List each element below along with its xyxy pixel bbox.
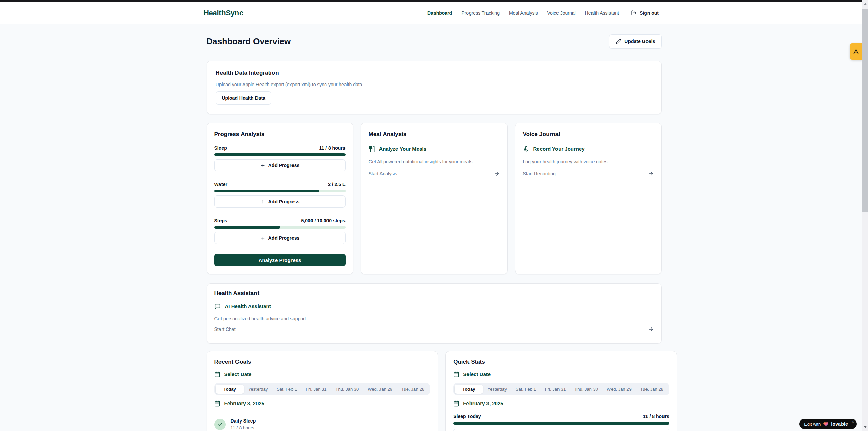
- ai-health-assistant-label: AI Health Assistant: [225, 302, 271, 311]
- metric-label: Steps: [214, 217, 227, 224]
- start-chat-row[interactable]: Start Chat: [214, 326, 654, 333]
- quick-stats-card: Quick Stats Select Date Today Yesterday …: [445, 351, 677, 431]
- sign-out-button[interactable]: Sign out: [631, 10, 659, 16]
- meal-description: Get AI-powered nutritional insights for …: [369, 158, 500, 165]
- stats-add-progress-button[interactable]: Add Progress: [453, 429, 669, 431]
- browser-top-strip: [0, 0, 862, 2]
- recent-goals-card: Recent Goals Select Date Today Yesterday…: [207, 351, 438, 431]
- record-your-journey-link[interactable]: Record Your Journey: [523, 145, 654, 153]
- add-progress-steps-button[interactable]: Add Progress: [214, 232, 346, 244]
- nav-health-assistant[interactable]: Health Assistant: [585, 10, 619, 16]
- tab-tue-jan-28[interactable]: Tue, Jan 28: [636, 385, 668, 394]
- nav-voice-journal[interactable]: Voice Journal: [547, 10, 576, 16]
- upload-health-data-button[interactable]: Upload Health Data: [216, 91, 271, 105]
- metric-steps: Steps 5,000 / 10,000 steps Add Progress: [214, 217, 346, 244]
- metric-label: Water: [214, 181, 227, 188]
- dashboard-main: Dashboard Overview Update Goals Health D…: [207, 0, 662, 431]
- heart-icon: [823, 421, 829, 427]
- integration-title: Health Data Integration: [216, 69, 653, 77]
- progress-bar-fill: [214, 190, 319, 192]
- add-progress-sleep-button[interactable]: Add Progress: [214, 159, 346, 171]
- add-progress-water-button[interactable]: Add Progress: [214, 195, 346, 208]
- progress-bar-fill: [453, 422, 669, 425]
- meal-title: Meal Analysis: [369, 130, 500, 138]
- goal-value: 11 / 8 hours: [231, 425, 256, 431]
- health-data-integration-card: Health Data Integration Upload your Appl…: [207, 61, 662, 114]
- plus-icon: [260, 236, 265, 241]
- start-analysis-row[interactable]: Start Analysis: [369, 170, 500, 177]
- edit-with-lovable-badge[interactable]: Edit with lovable ×: [799, 419, 857, 429]
- plus-icon: [260, 199, 265, 204]
- ai-health-assistant-link[interactable]: AI Health Assistant: [214, 302, 654, 311]
- metric-water: Water 2 / 2.5 L Add Progress: [214, 181, 346, 208]
- progress-bar: [214, 190, 346, 192]
- metric-value: 11 / 8 hours: [319, 145, 345, 151]
- page-scrollbar[interactable]: [862, 0, 868, 431]
- arrow-right-icon: [648, 171, 654, 177]
- chat-bubble-icon: [214, 303, 221, 310]
- analyze-progress-button[interactable]: Analyze Progress: [214, 254, 346, 266]
- badge-close-icon[interactable]: ×: [852, 420, 854, 424]
- tab-yesterday[interactable]: Yesterday: [483, 385, 511, 394]
- update-goals-button[interactable]: Update Goals: [609, 34, 661, 49]
- calendar-icon: [453, 400, 459, 407]
- start-recording-label: Start Recording: [523, 170, 556, 177]
- tab-sat-feb-1[interactable]: Sat, Feb 1: [272, 385, 301, 394]
- meal-analysis-card: Meal Analysis Analyze Your Meals Get AI-…: [361, 123, 508, 274]
- add-progress-label: Add Progress: [268, 199, 300, 204]
- analyze-your-meals-link[interactable]: Analyze Your Meals: [369, 145, 500, 153]
- goal-complete-badge: [214, 419, 226, 430]
- tab-yesterday[interactable]: Yesterday: [244, 385, 272, 394]
- calendar-icon: [214, 371, 220, 377]
- progress-title: Progress Analysis: [214, 130, 346, 138]
- nav-dashboard[interactable]: Dashboard: [427, 10, 452, 16]
- microphone-icon: [523, 146, 529, 152]
- tab-fri-jan-31[interactable]: Fri, Jan 31: [301, 385, 331, 394]
- stats-current-date[interactable]: February 3, 2025: [453, 399, 669, 408]
- main-nav: Dashboard Progress Tracking Meal Analysi…: [427, 10, 659, 16]
- scrollbar-up-arrow[interactable]: [862, 1, 868, 7]
- progress-bar-fill: [214, 226, 280, 229]
- voice-journal-card: Voice Journal Record Your Journey Log yo…: [515, 123, 662, 274]
- tab-today[interactable]: Today: [455, 385, 483, 394]
- goals-select-date-button[interactable]: Select Date: [214, 370, 430, 378]
- metric-value: 2 / 2.5 L: [328, 181, 345, 188]
- stats-metric-value: 11 / 8 hours: [643, 413, 669, 420]
- nav-meal-analysis[interactable]: Meal Analysis: [509, 10, 538, 16]
- goal-name: Daily Sleep: [231, 418, 256, 424]
- scrollbar-thumb[interactable]: [862, 9, 868, 212]
- start-recording-row[interactable]: Start Recording: [523, 170, 654, 177]
- recent-goals-title: Recent Goals: [214, 358, 430, 366]
- goals-current-date[interactable]: February 3, 2025: [214, 399, 430, 408]
- arrow-right-icon: [494, 171, 500, 177]
- nav-progress-tracking[interactable]: Progress Tracking: [461, 10, 500, 16]
- tab-today[interactable]: Today: [216, 385, 244, 394]
- integration-description: Upload your Apple Health export (export.…: [216, 81, 653, 88]
- stats-select-date-button[interactable]: Select Date: [453, 370, 669, 378]
- stats-date-label: February 3, 2025: [463, 399, 503, 408]
- start-analysis-label: Start Analysis: [369, 170, 397, 177]
- tab-thu-jan-30[interactable]: Thu, Jan 30: [570, 385, 602, 394]
- health-assistant-card: Health Assistant AI Health Assistant Get…: [207, 283, 662, 344]
- stats-date-tabs: Today Yesterday Sat, Feb 1 Fri, Jan 31 T…: [453, 383, 669, 395]
- scrollbar-down-arrow[interactable]: [862, 424, 868, 430]
- assistant-title: Health Assistant: [214, 289, 654, 297]
- voice-title: Voice Journal: [523, 130, 654, 138]
- badge-prefix: Edit with: [804, 421, 821, 427]
- tab-wed-jan-29[interactable]: Wed, Jan 29: [602, 385, 636, 394]
- progress-bar: [214, 226, 346, 229]
- plus-icon: [260, 163, 265, 168]
- progress-bar: [214, 153, 346, 156]
- tab-wed-jan-29[interactable]: Wed, Jan 29: [363, 385, 397, 394]
- tab-sat-feb-1[interactable]: Sat, Feb 1: [511, 385, 541, 394]
- log-out-icon: [631, 10, 637, 16]
- tab-tue-jan-28[interactable]: Tue, Jan 28: [397, 385, 429, 394]
- update-goals-label: Update Goals: [624, 39, 655, 44]
- arrow-right-icon: [648, 326, 654, 332]
- tab-fri-jan-31[interactable]: Fri, Jan 31: [541, 385, 570, 394]
- app-logo[interactable]: HealthSync: [203, 8, 243, 17]
- sign-out-label: Sign out: [640, 10, 659, 16]
- add-progress-label: Add Progress: [268, 235, 300, 241]
- amber-extension-button[interactable]: [850, 43, 862, 60]
- tab-thu-jan-30[interactable]: Thu, Jan 30: [331, 385, 364, 394]
